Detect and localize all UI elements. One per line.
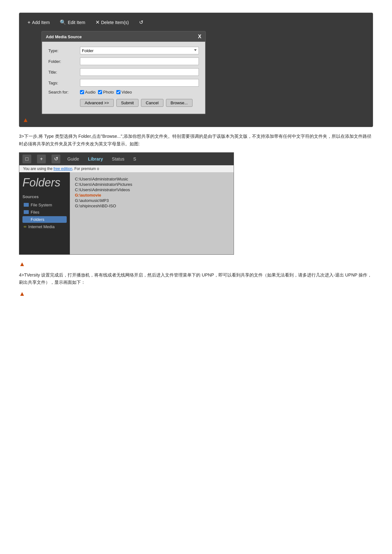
tversity-refresh-icon[interactable]: ↺ (52, 155, 60, 163)
type-label: Type: (48, 48, 80, 53)
tversity-titlebar: □ + ↺ Guide Library Status S (19, 153, 234, 165)
title-input[interactable] (80, 68, 199, 76)
submit-button[interactable]: Submit (116, 99, 138, 107)
path-item: G:\shipinceshi\BD-ISO (75, 204, 229, 208)
tversity-app-icon: □ (22, 155, 31, 163)
search-for-row: Search for: Audio Photo Video (48, 90, 199, 94)
tags-label: Tags: (48, 81, 80, 85)
audio-checkbox[interactable] (80, 90, 84, 94)
path-item: G:\automusic\MP3 (75, 198, 229, 203)
tab-status[interactable]: Status (111, 156, 126, 162)
search-icon: 🔍 (60, 19, 66, 25)
video-label: Video (121, 90, 132, 94)
tags-input[interactable] (80, 79, 199, 87)
dialog-body: Type: Folder Folder: Title: Tags: (42, 42, 205, 114)
top-dialog-area: + Add Item 🔍 Edit Item ✕ Delete Item(s) … (19, 13, 373, 127)
tversity-nav-tabs: Guide Library Status S (66, 156, 138, 162)
refresh-icon: ↺ (139, 19, 143, 25)
tversity-window: □ + ↺ Guide Library Status S You are usi… (19, 152, 234, 255)
tab-s[interactable]: S (132, 156, 138, 162)
notice-after: . For premium o (72, 167, 99, 171)
tab-library[interactable]: Library (87, 156, 104, 162)
step3-text: 3>下一步,将 Type 类型选择为 Folder,点击"Browse...",… (19, 133, 373, 148)
notice-text: You are using the (23, 167, 53, 171)
folders-icon (24, 217, 29, 221)
title-label: Title: (48, 70, 80, 75)
photo-checkbox[interactable] (98, 90, 102, 94)
photo-label: Photo (103, 90, 114, 94)
tab-guide[interactable]: Guide (66, 156, 80, 162)
path-item: C:\Users\Administrator\Music (75, 177, 229, 181)
internet-media-label: Internet Media (28, 224, 55, 229)
path-item: C:\Users\Administrator\Videos (75, 187, 229, 192)
sidebar-item-folders[interactable]: Folders (22, 216, 67, 223)
bottom-arrow-icon-3: ▲ (19, 290, 373, 297)
dialog-titlebar: Add Media Source X (42, 32, 205, 42)
tversity-content: C:\Users\Administrator\Music C:\Users\Ad… (70, 172, 234, 254)
audio-checkbox-label[interactable]: Audio (80, 90, 95, 94)
internet-media-icon: ∞ (24, 224, 27, 229)
video-checkbox-label[interactable]: Video (116, 90, 132, 94)
audio-label: Audio (85, 90, 95, 94)
delete-item-button[interactable]: ✕ Delete Item(s) (94, 18, 131, 27)
tversity-notice: You are using the free edition. For prem… (19, 165, 234, 172)
edit-item-button[interactable]: 🔍 Edit Item (58, 18, 87, 27)
sidebar-item-internet-media[interactable]: ∞ Internet Media (22, 223, 67, 230)
toolbar: + Add Item 🔍 Edit Item ✕ Delete Item(s) … (22, 16, 370, 28)
add-icon: + (28, 20, 30, 25)
dialog-buttons: Advanced >> Submit Cancel Browse... (48, 99, 199, 109)
files-icon (24, 210, 29, 214)
sidebar-item-files[interactable]: Files (22, 209, 67, 216)
advanced-button[interactable]: Advanced >> (80, 99, 114, 107)
search-for-checkboxes: Audio Photo Video (80, 90, 132, 94)
folder-label: Folder: (48, 59, 80, 64)
type-row: Type: Folder (48, 47, 199, 54)
folders-title: Folders (22, 176, 67, 189)
sources-label: Sources (22, 194, 67, 199)
add-media-source-dialog: Add Media Source X Type: Folder Folder: … (41, 31, 206, 114)
step4-text: 4>TVersity 设置完成后，打开播放机，将有线或者无线网络开启，然后进入文… (19, 271, 373, 287)
photo-checkbox-label[interactable]: Photo (98, 90, 114, 94)
dialog-title: Add Media Source (46, 34, 82, 39)
free-edition-link[interactable]: free edition (53, 167, 72, 171)
browse-button[interactable]: Browse... (166, 99, 193, 107)
video-checkbox[interactable] (116, 90, 120, 94)
path-item-highlight: G:\automovie (75, 193, 229, 198)
refresh-button[interactable]: ↺ (137, 18, 145, 27)
bottom-arrow-icon-2: ▲ (19, 260, 373, 268)
filesystem-label: File System (31, 203, 52, 207)
tags-row: Tags: (48, 79, 199, 87)
search-for-label: Search for: (48, 90, 80, 94)
type-select[interactable]: Folder (80, 47, 199, 54)
filesystem-icon (24, 203, 29, 207)
folder-input[interactable] (80, 58, 199, 65)
path-item: C:\Users\Administrator\Pictures (75, 182, 229, 187)
dialog-close-button[interactable]: X (198, 34, 201, 40)
title-row: Title: (48, 68, 199, 76)
folder-row: Folder: (48, 58, 199, 65)
tversity-body: Folders Sources File System Files Folder… (19, 172, 234, 254)
bottom-arrow-icon-1: ▲ (22, 116, 370, 124)
sidebar-item-filesystem[interactable]: File System (22, 202, 67, 208)
path-list: C:\Users\Administrator\Music C:\Users\Ad… (75, 177, 229, 208)
files-label: Files (31, 210, 39, 215)
delete-icon: ✕ (95, 19, 100, 25)
tversity-add-icon[interactable]: + (37, 155, 46, 163)
cancel-button[interactable]: Cancel (141, 99, 163, 107)
add-item-button[interactable]: + Add Item (26, 18, 52, 27)
tversity-sidebar: Folders Sources File System Files Folder… (19, 172, 70, 254)
folders-label: Folders (31, 217, 44, 222)
